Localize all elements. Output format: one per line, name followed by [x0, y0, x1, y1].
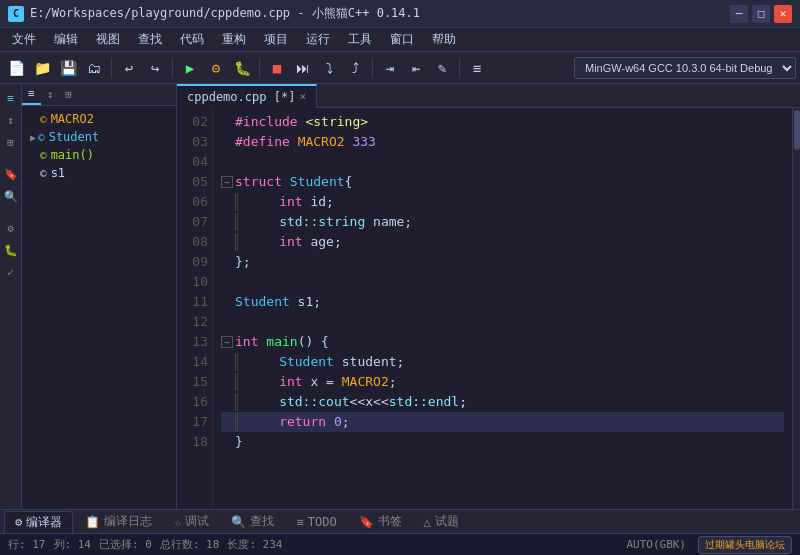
menu-item-窗口[interactable]: 窗口: [382, 29, 422, 50]
toolbar-separator-1: [111, 58, 112, 78]
token-14-0: [240, 352, 279, 372]
bottom-tab-编译器[interactable]: ⚙编译器: [4, 511, 73, 533]
tree-item-main()[interactable]: ©main(): [22, 146, 176, 164]
token-02-2: <string>: [305, 112, 368, 132]
line-num-16: 16: [177, 392, 208, 412]
status-right: AUTO(GBK) 过期罐头电脑论坛: [626, 536, 792, 554]
fold-icon-05[interactable]: −: [221, 176, 233, 188]
token-03-4: 333: [352, 132, 375, 152]
indent-bar2-14: [237, 353, 238, 371]
toolbar-separator-5: [459, 58, 460, 78]
token-15-2: x =: [303, 372, 342, 392]
open-file-button[interactable]: 📁: [30, 56, 54, 80]
token-07-0: [240, 212, 279, 232]
tree-item-Student[interactable]: ▶©Student: [22, 128, 176, 146]
compile-button[interactable]: ⚙: [204, 56, 228, 80]
status-selected: 已选择: 0: [99, 537, 152, 552]
save-file-button[interactable]: 💾: [56, 56, 80, 80]
token-15-1: int: [279, 372, 302, 392]
bottom-tab-查找[interactable]: 🔍查找: [221, 511, 284, 533]
file-panel-tab-list[interactable]: ≡: [22, 84, 41, 105]
menu-item-重构[interactable]: 重构: [214, 29, 254, 50]
menu-item-视图[interactable]: 视图: [88, 29, 128, 50]
stop-button[interactable]: ■: [265, 56, 289, 80]
menu-item-项目[interactable]: 项目: [256, 29, 296, 50]
bottom-tab-试题[interactable]: △试题: [414, 511, 469, 533]
bottom-tab-书签[interactable]: 🔖书签: [349, 511, 412, 533]
sidebar-bookmarks-icon[interactable]: 🔖: [2, 165, 20, 183]
code-editor[interactable]: 0203040506070809101112131415161718 #incl…: [177, 108, 800, 509]
bottom-tab-编译日志[interactable]: 📋编译日志: [75, 511, 162, 533]
token-06-1: int: [279, 192, 302, 212]
line-num-09: 09: [177, 252, 208, 272]
menu-item-运行[interactable]: 运行: [298, 29, 338, 50]
sidebar-files-icon[interactable]: ≡: [2, 89, 20, 107]
status-line-length: 长度: 234: [227, 537, 282, 552]
undo-button[interactable]: ↩: [117, 56, 141, 80]
menu-item-编辑[interactable]: 编辑: [46, 29, 86, 50]
menu-item-帮助[interactable]: 帮助: [424, 29, 464, 50]
step-into-button[interactable]: ⤵: [317, 56, 341, 80]
indent-bar2-15: [237, 373, 238, 391]
token-18-0: }: [235, 432, 243, 452]
line-num-07: 07: [177, 212, 208, 232]
bottom-tab-label-TODO: TODO: [308, 515, 337, 529]
step-over-button[interactable]: ⏭: [291, 56, 315, 80]
save-all-button[interactable]: 🗂: [82, 56, 106, 80]
editor-tab-filename: cppdemo.cpp [*]: [187, 90, 295, 104]
indent-bar-14: [235, 353, 236, 371]
sidebar-search-icon[interactable]: 🔍: [2, 187, 20, 205]
indent-bar2-07: [237, 213, 238, 231]
comment-button[interactable]: ✎: [430, 56, 454, 80]
menu-item-文件[interactable]: 文件: [4, 29, 44, 50]
indent-button[interactable]: ⇥: [378, 56, 402, 80]
code-line-06: int id;: [221, 192, 784, 212]
format-button[interactable]: ≡: [465, 56, 489, 80]
editor-tab-close[interactable]: ×: [299, 90, 306, 103]
bottom-tab-调试[interactable]: ☆调试: [164, 511, 219, 533]
code-line-14: Student student;: [221, 352, 784, 372]
maximize-button[interactable]: □: [752, 5, 770, 23]
bottom-tab-icon-编译日志: 📋: [85, 515, 100, 529]
token-08-1: int: [279, 232, 302, 252]
redo-button[interactable]: ↪: [143, 56, 167, 80]
file-panel-tabs: ≡ ↕ ⊞: [22, 84, 176, 106]
close-button[interactable]: ✕: [774, 5, 792, 23]
line-num-05: 05: [177, 172, 208, 192]
toolbar-right: MinGW-w64 GCC 10.3.0 64-bit Debug: [574, 57, 796, 79]
tree-item-s1[interactable]: ©s1: [22, 164, 176, 182]
file-panel-tab-grid[interactable]: ⊞: [59, 84, 78, 105]
step-out-button[interactable]: ⤴: [343, 56, 367, 80]
code-line-10: [221, 272, 784, 292]
vertical-scrollbar[interactable]: [792, 108, 800, 509]
token-07-1: std::string: [279, 212, 365, 232]
bottom-tab-icon-书签: 🔖: [359, 515, 374, 529]
tree-item-MACRO2[interactable]: ©MACRO2: [22, 110, 176, 128]
menu-item-工具[interactable]: 工具: [340, 29, 380, 50]
code-line-08: int age;: [221, 232, 784, 252]
run-button[interactable]: ▶: [178, 56, 202, 80]
bottom-tab-icon-查找: 🔍: [231, 515, 246, 529]
window-title: E:/Workspaces/playground/cppdemo.cpp - 小…: [30, 5, 730, 22]
sidebar-outline-icon[interactable]: ↕: [2, 111, 20, 129]
sidebar-todo-icon[interactable]: ✓: [2, 263, 20, 281]
fold-icon-13[interactable]: −: [221, 336, 233, 348]
scroll-thumb[interactable]: [794, 110, 800, 150]
debug-button[interactable]: 🐛: [230, 56, 254, 80]
outdent-button[interactable]: ⇤: [404, 56, 428, 80]
bottom-tab-TODO[interactable]: ≡TODO: [286, 511, 346, 533]
line-num-10: 10: [177, 272, 208, 292]
sidebar-build-icon[interactable]: ⚙: [2, 219, 20, 237]
file-panel-tab-sort[interactable]: ↕: [41, 84, 60, 105]
code-content[interactable]: #include <string>#define MACRO2 333−stru…: [213, 108, 792, 509]
editor-tab-cppdemo[interactable]: cppdemo.cpp [*] ×: [177, 84, 317, 108]
minimize-button[interactable]: ─: [730, 5, 748, 23]
sidebar-symbols-icon[interactable]: ⊞: [2, 133, 20, 151]
sidebar-debug-icon[interactable]: 🐛: [2, 241, 20, 259]
indent-bar2-06: [237, 193, 238, 211]
compiler-select[interactable]: MinGW-w64 GCC 10.3.0 64-bit Debug: [574, 57, 796, 79]
new-file-button[interactable]: 📄: [4, 56, 28, 80]
menu-item-代码[interactable]: 代码: [172, 29, 212, 50]
tree-label-MACRO2: MACRO2: [51, 112, 94, 126]
menu-item-查找[interactable]: 查找: [130, 29, 170, 50]
